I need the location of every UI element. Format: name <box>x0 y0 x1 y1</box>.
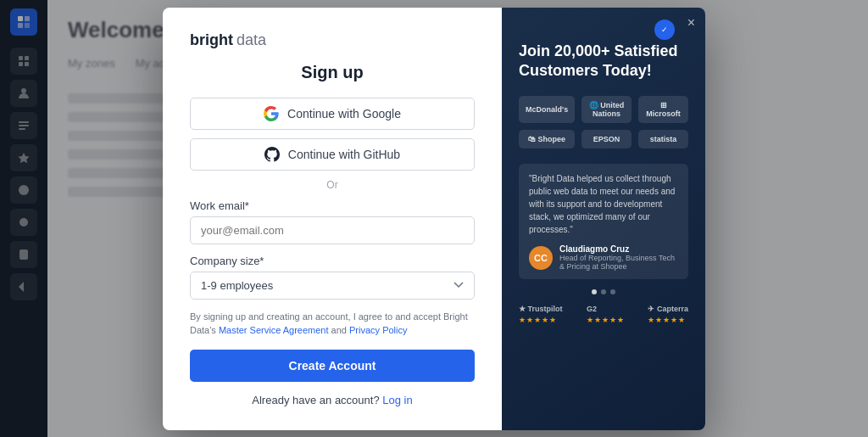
modal-title: Sign up <box>190 63 475 82</box>
capterra-stars: ★ ★ ★ ★ ★ <box>648 316 685 324</box>
or-divider: Or <box>190 179 475 191</box>
rating-trustpilot: ★ Trustpilot ★ ★ ★ ★ ★ <box>519 305 563 324</box>
brand-logo: bright data <box>190 31 475 49</box>
modal-right-panel: ✓ × Join 20,000+ Satisfied Customers Tod… <box>502 8 705 430</box>
terms-msa-link[interactable]: Master Service Agreement <box>219 325 329 335</box>
logo-epson: EPSON <box>581 130 632 148</box>
logo-mcdonalds: McDonald's <box>519 96 575 123</box>
github-icon <box>264 147 280 162</box>
email-field-group: Work email* <box>190 199 475 244</box>
rating-capterra: ✈ Capterra ★ ★ ★ ★ ★ <box>648 305 688 324</box>
github-btn-label: Continue with GitHub <box>288 148 400 161</box>
author-role: Head of Reporting, Business Tech & Prici… <box>559 254 678 271</box>
author-avatar: CC <box>529 246 553 270</box>
g2-stars: ★ ★ ★ ★ ★ <box>587 316 624 324</box>
signup-modal: bright data Sign up Continue with Google <box>163 8 705 430</box>
email-input[interactable] <box>190 216 475 244</box>
close-button[interactable]: × <box>687 16 695 30</box>
rating-g2: G2 ★ ★ ★ ★ ★ <box>587 305 624 324</box>
create-account-button[interactable]: Create Account <box>190 350 475 382</box>
company-select[interactable]: 1-9 employees 10-49 employees 50-199 emp… <box>190 272 475 300</box>
google-icon <box>264 106 279 121</box>
terms-privacy-link[interactable]: Privacy Policy <box>349 325 407 335</box>
logo-shopee: 🛍 Shopee <box>519 130 575 148</box>
google-signin-button[interactable]: Continue with Google <box>190 98 475 130</box>
login-prompt: Already have an account? Log in <box>190 394 475 406</box>
github-signin-button[interactable]: Continue with GitHub <box>190 138 475 171</box>
login-link[interactable]: Log in <box>382 394 412 406</box>
logo-united-nations: 🌐 United Nations <box>581 96 632 123</box>
author-name: Claudiagmo Cruz <box>559 244 678 254</box>
dot-3[interactable] <box>610 289 615 294</box>
logo-statista: statista <box>638 130 688 148</box>
customer-logos-grid: McDonald's 🌐 United Nations ⊞ Microsoft … <box>519 96 688 148</box>
email-label: Work email* <box>190 199 475 212</box>
company-field-group: Company size* 1-9 employees 10-49 employ… <box>190 255 475 300</box>
right-heading: Join 20,000+ Satisfied Customers Today! <box>519 42 688 81</box>
ratings-row: ★ Trustpilot ★ ★ ★ ★ ★ G2 ★ ★ ★ <box>519 305 688 324</box>
carousel-dots <box>519 289 688 294</box>
brand-bright: bright <box>190 31 233 49</box>
logo-microsoft: ⊞ Microsoft <box>638 96 688 123</box>
testimonial-text: "Bright Data helped us collect through p… <box>529 172 678 236</box>
promo-badge: ✓ <box>654 20 675 40</box>
terms-text: By signing up and creating an account, I… <box>190 310 475 338</box>
brand-data: data <box>236 31 266 49</box>
dot-2[interactable] <box>601 289 606 294</box>
modal-left-panel: bright data Sign up Continue with Google <box>163 8 502 430</box>
testimonial-author: CC Claudiagmo Cruz Head of Reporting, Bu… <box>529 244 678 271</box>
testimonial-card: "Bright Data helped us collect through p… <box>519 164 688 279</box>
google-btn-label: Continue with Google <box>287 107 401 120</box>
dot-1[interactable] <box>592 289 597 294</box>
modal-overlay: bright data Sign up Continue with Google <box>0 0 868 437</box>
company-label: Company size* <box>190 255 475 267</box>
trustpilot-stars: ★ ★ ★ ★ ★ <box>519 316 556 324</box>
